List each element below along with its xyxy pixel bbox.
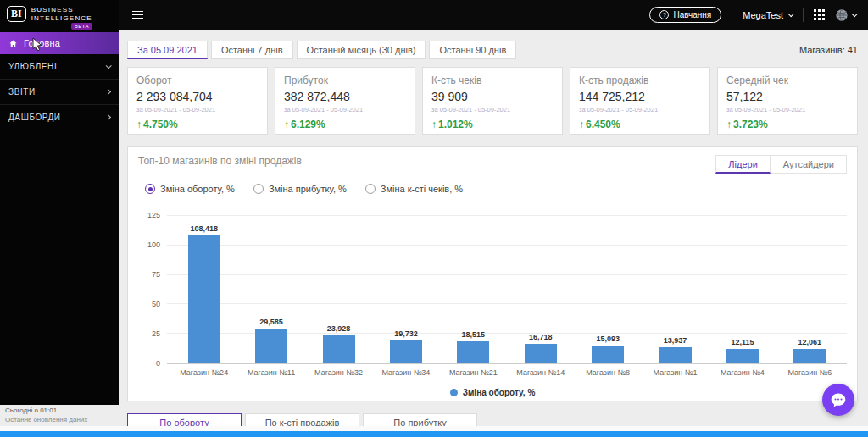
- tab-period-30days[interactable]: Останній місяць (30 днів): [297, 41, 426, 59]
- bar-group[interactable]: 15,093Магазин №8: [574, 216, 641, 363]
- tab-leaders[interactable]: Лідери: [715, 155, 770, 174]
- bar-group[interactable]: 29,585Магазин №11: [237, 216, 304, 363]
- chart-y-axis: 0255075100125: [138, 216, 167, 364]
- y-tick-label: 25: [152, 329, 160, 338]
- bar-value-label: 12,115: [731, 338, 754, 346]
- period-filter-row: За 05.09.2021 Останні 7 днів Останній мі…: [127, 41, 858, 59]
- stores-count: Магазинів: 41: [799, 45, 858, 55]
- bar-group[interactable]: 18,515Магазин №21: [440, 216, 507, 363]
- bar[interactable]: [726, 349, 759, 363]
- sidebar-item-reports[interactable]: ЗВІТИ: [0, 80, 119, 105]
- kpi-title: К-сть продажів: [579, 75, 701, 86]
- sidebar-footer: Сьогодні о 01:01 Останнє оновлення даних: [5, 407, 124, 423]
- y-tick-label: 0: [156, 359, 160, 368]
- y-tick-label: 75: [152, 270, 160, 279]
- chevron-right-icon: [105, 89, 111, 95]
- account-menu[interactable]: MegaTest: [743, 10, 793, 20]
- kpi-period: за 05-09-2021 - 05-09-2021: [726, 106, 849, 113]
- kpi-delta: ↑6.450%: [579, 119, 701, 130]
- bar-value-label: 15,093: [596, 335, 620, 343]
- y-tick-label: 100: [147, 241, 160, 249]
- tab-outsiders[interactable]: Аутсайдери: [771, 155, 847, 174]
- kpi-card-turnover: Оборот 2 293 084,704 за 05-09-2021 - 05-…: [127, 67, 268, 135]
- chart-legend[interactable]: Зміна обороту, %: [138, 388, 847, 397]
- globe-icon: [835, 8, 849, 22]
- top-stores-chart-card: Топ-10 магазинів по зміні продажів Лідер…: [127, 146, 858, 401]
- logo-mark: BI: [7, 6, 26, 22]
- sidebar-item-home[interactable]: Головна: [0, 32, 119, 54]
- bar-category-label: Магазин №24: [170, 368, 237, 377]
- bar-category-label: Магазин №21: [440, 368, 507, 377]
- tab-period-day[interactable]: За 05.09.2021: [127, 41, 208, 59]
- kpi-period: за 05-09-2021 - 05-09-2021: [284, 106, 406, 113]
- kpi-card-receipts: К-сть чеків 39 909 за 05-09-2021 - 05-09…: [422, 67, 563, 135]
- bar-category-label: Магазин №4: [709, 368, 776, 377]
- account-name: MegaTest: [743, 10, 783, 20]
- bar[interactable]: [592, 346, 624, 363]
- bar-value-label: 18,515: [462, 330, 486, 339]
- kpi-card-sales: К-сть продажів 144 725,212 за 05-09-2021…: [570, 67, 710, 135]
- radio-turnover-change[interactable]: Зміна обороту, %: [145, 184, 235, 194]
- bar-value-label: 16,718: [529, 333, 553, 341]
- beta-badge: BETA: [71, 23, 92, 30]
- last-update-label: Останнє оновлення даних: [5, 416, 124, 423]
- bar-value-label: 12,061: [798, 338, 822, 346]
- kpi-delta: ↑6.129%: [284, 119, 406, 130]
- bar-category-label: Магазин №34: [372, 368, 439, 377]
- radio-icon: [145, 184, 155, 194]
- bar-group[interactable]: 13,937Магазин №1: [642, 216, 709, 363]
- kpi-row: Оборот 2 293 084,704 за 05-09-2021 - 05-…: [127, 67, 858, 135]
- legend-label: Зміна обороту, %: [463, 388, 536, 397]
- y-tick-label: 125: [147, 211, 160, 219]
- radio-label: Зміна обороту, %: [160, 184, 235, 194]
- radio-receipts-change[interactable]: Зміна к-сті чеків, %: [365, 184, 463, 194]
- bar[interactable]: [390, 340, 422, 363]
- sidebar-item-dashboards[interactable]: ДАШБОРДИ: [0, 105, 119, 130]
- kpi-delta: ↑4.750%: [136, 119, 259, 130]
- tab-period-7days[interactable]: Останні 7 днів: [211, 41, 293, 59]
- bar-value-label: 23,928: [327, 324, 351, 333]
- kpi-title: Оборот: [136, 75, 259, 86]
- bar[interactable]: [188, 235, 220, 363]
- bar[interactable]: [659, 347, 692, 363]
- bar[interactable]: [323, 335, 355, 363]
- hamburger-menu-icon[interactable]: [132, 11, 143, 19]
- bar[interactable]: [457, 341, 489, 363]
- chart-title: Топ-10 магазинів по зміні продажів: [138, 155, 302, 167]
- sidebar-item-label: ЗВІТИ: [8, 87, 36, 97]
- app-logo: BI BUSINESS INTELLIGENCE BETA: [0, 0, 119, 32]
- bar-group[interactable]: 23,928Магазин №32: [305, 216, 372, 363]
- sidebar-item-favorites[interactable]: УЛЮБЛЕНІ: [0, 54, 119, 80]
- bar[interactable]: [525, 344, 557, 363]
- bar[interactable]: [793, 349, 826, 363]
- arrow-up-icon: ↑: [136, 119, 142, 130]
- tab-period-90days[interactable]: Останні 90 днів: [429, 41, 516, 59]
- radio-icon: [253, 184, 264, 194]
- bar-category-label: Магазин №32: [305, 368, 372, 377]
- bar-value-label: 29,585: [259, 318, 283, 326]
- kpi-card-avg-receipt: Середній чек 57,122 за 05-09-2021 - 05-0…: [717, 67, 858, 135]
- kpi-title: Прибуток: [284, 75, 406, 86]
- kpi-value: 144 725,212: [579, 90, 701, 103]
- bottom-blue-strip: [0, 431, 868, 437]
- kpi-value: 382 872,448: [284, 90, 406, 103]
- bar-group[interactable]: 12,115Магазин №4: [709, 216, 776, 363]
- bar-group[interactable]: 16,718Магазин №14: [507, 216, 574, 363]
- bar-value-label: 13,937: [664, 336, 687, 345]
- sidebar-item-label: УЛЮБЛЕНІ: [8, 62, 57, 71]
- last-update-time: Сьогодні о 01:01: [5, 407, 124, 414]
- bar-group[interactable]: 12,061Магазин №6: [776, 216, 843, 363]
- bar-group[interactable]: 108,418Магазин №24: [170, 216, 237, 363]
- language-selector[interactable]: [835, 8, 856, 22]
- radio-profit-change[interactable]: Зміна прибутку, %: [253, 184, 347, 194]
- bar-chart: 0255075100125 108,418Магазин №2429,585Ма…: [138, 216, 847, 364]
- bar-value-label: 108,418: [190, 224, 218, 233]
- kpi-card-profit: Прибуток 382 872,448 за 05-09-2021 - 05-…: [275, 67, 415, 135]
- sidebar: BI BUSINESS INTELLIGENCE BETA Головна УЛ…: [0, 0, 119, 405]
- chat-widget-button[interactable]: [822, 384, 854, 416]
- bar[interactable]: [255, 329, 287, 363]
- training-button[interactable]: ? Навчання: [649, 7, 721, 23]
- bar-group[interactable]: 19,732Магазин №34: [372, 216, 439, 363]
- bar-category-label: Магазин №6: [776, 368, 843, 377]
- apps-grid-button[interactable]: [814, 9, 825, 20]
